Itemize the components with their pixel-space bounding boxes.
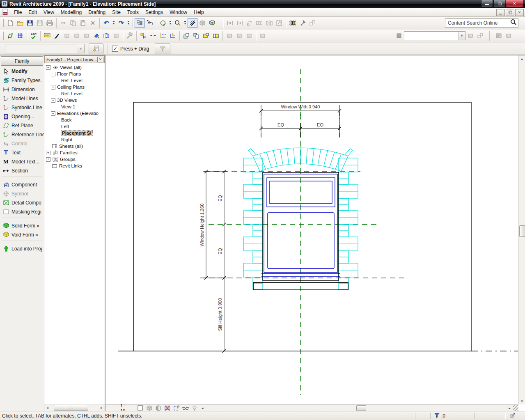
restore-button[interactable] xyxy=(493,0,505,7)
join-geometry-button[interactable] xyxy=(211,31,221,41)
tree-item-placement-si[interactable]: Placement Si xyxy=(44,130,105,136)
crop-off-icon[interactable] xyxy=(164,405,171,411)
designbar-item-opening[interactable]: Opening... xyxy=(0,112,44,121)
menu-window[interactable]: Window xyxy=(166,9,190,16)
crop-region-icon[interactable] xyxy=(173,405,180,411)
designbar-item-model-text[interactable]: MModel Text... xyxy=(0,157,44,166)
eq-dimension[interactable]: EQ xyxy=(317,122,323,127)
paint-button[interactable] xyxy=(92,31,101,41)
grid-button[interactable] xyxy=(15,31,25,41)
eq-dimension[interactable]: EQ xyxy=(277,122,284,127)
designbar-item-text[interactable]: TText xyxy=(0,148,44,157)
properties-button[interactable] xyxy=(89,44,103,54)
group-button[interactable] xyxy=(288,18,298,28)
window-height-dimension[interactable]: Window Height 1.260 xyxy=(199,204,204,247)
content-search-input[interactable]: Content Search Online xyxy=(445,18,518,28)
tree-item-sheets-all[interactable]: Sheets (all) xyxy=(44,143,105,149)
align-button[interactable] xyxy=(138,31,148,41)
tree-item-ref-level[interactable]: Ref. Level xyxy=(44,77,105,84)
undo-dropdown[interactable]: ▾ xyxy=(111,18,116,28)
menu-file[interactable]: File xyxy=(11,9,25,16)
designbar-item-solid-form[interactable]: Solid Form » xyxy=(0,221,44,230)
designbar-item-component[interactable]: Component xyxy=(0,180,44,189)
communication-center-icon[interactable] xyxy=(509,412,516,420)
vertical-scrollbar[interactable]: ▴ ▾ xyxy=(518,55,525,404)
designbar-item-section[interactable]: Section xyxy=(0,166,44,175)
tree-item-back[interactable]: Back xyxy=(44,117,105,123)
hidden-line-icon[interactable] xyxy=(146,405,153,411)
tree-item-views-all[interactable]: −Views (all) xyxy=(44,64,105,71)
dimension-tool-button[interactable] xyxy=(42,31,52,41)
collapse-toggle-icon[interactable]: − xyxy=(51,85,55,90)
split-button[interactable] xyxy=(148,31,158,41)
filter-icon[interactable] xyxy=(434,412,440,420)
spelling-button[interactable]: ABC xyxy=(29,31,39,41)
wall-attach-button[interactable] xyxy=(191,31,201,41)
collapse-toggle-icon[interactable]: − xyxy=(51,111,55,116)
tree-item-left[interactable]: Left xyxy=(44,123,105,130)
eq-dimension[interactable]: EQ xyxy=(218,248,222,255)
offset-button[interactable] xyxy=(168,31,178,41)
menu-tools[interactable]: Tools xyxy=(124,9,142,16)
child-minimize-button[interactable]: ▁ xyxy=(496,9,505,16)
menu-help[interactable]: Help xyxy=(190,9,207,16)
project-browser-close-button[interactable]: ✕ xyxy=(97,57,103,62)
default-3d-view-button[interactable] xyxy=(207,18,217,28)
menu-site[interactable]: Site xyxy=(109,9,124,16)
designbar-item-family-types[interactable]: Family Types. xyxy=(0,76,44,85)
reveal-hidden-icon[interactable] xyxy=(191,405,198,411)
shadows-icon[interactable] xyxy=(155,405,162,411)
temporary-hide-isolate-icon[interactable] xyxy=(182,405,189,411)
designbar-item-detail-compo[interactable]: Detail Compo xyxy=(0,198,44,207)
project-browser-titlebar[interactable]: Family1 - Project brow... ✕ xyxy=(44,55,105,63)
collapse-left-icon[interactable]: ◂ xyxy=(200,405,205,411)
menu-settings[interactable]: Settings xyxy=(142,9,166,16)
context-help-button[interactable]: ? xyxy=(144,18,154,28)
model-graphics-style-icon[interactable] xyxy=(137,405,144,411)
designbar-item-modify[interactable]: Modify xyxy=(0,67,44,76)
tree-item-ref-level[interactable]: Ref. Level xyxy=(44,90,105,97)
zoom-button[interactable] xyxy=(173,18,183,28)
zoom-dropdown[interactable]: ▾ xyxy=(183,18,188,28)
collapse-toggle-icon[interactable]: − xyxy=(46,65,50,70)
drawing-area[interactable]: Window With 0.940 EQ EQ Window Height 1.… xyxy=(105,55,525,411)
trim-button[interactable] xyxy=(158,31,168,41)
tree-item-ceiling-plans[interactable]: −Ceiling Plans xyxy=(44,84,105,90)
pin-button[interactable] xyxy=(298,18,307,28)
elevation-drawing[interactable]: Window With 0.940 EQ EQ Window Height 1.… xyxy=(106,56,518,404)
new-button[interactable] xyxy=(5,18,15,28)
child-restore-button[interactable] xyxy=(506,9,514,16)
tree-item-groups[interactable]: +Groups xyxy=(44,156,105,163)
vertical-scroll-thumb[interactable] xyxy=(519,225,525,237)
view-dropdown[interactable]: ▾ xyxy=(168,18,173,28)
ungroup-button[interactable] xyxy=(307,18,317,28)
designbar-item-masking-regi[interactable]: Masking Regi xyxy=(0,207,44,216)
project-browser-toggle[interactable] xyxy=(135,18,144,28)
redo-button[interactable]: ↷ xyxy=(116,18,126,28)
dynamically-modify-view-button[interactable] xyxy=(158,18,168,28)
tree-item-3d-views[interactable]: −3D Views xyxy=(44,97,105,103)
design-bar-tab-family[interactable]: Family xyxy=(1,56,43,66)
press-drag-checkbox[interactable]: ✓ xyxy=(112,46,118,52)
tree-item-families[interactable]: +Families xyxy=(44,149,105,156)
thin-lines-toggle[interactable] xyxy=(188,18,197,28)
tree-item-floor-plans[interactable]: −Floor Plans xyxy=(44,71,105,77)
undo-button[interactable]: ↶ xyxy=(101,18,111,28)
open-button[interactable] xyxy=(15,18,25,28)
horizontal-scrollbar[interactable]: ▸ xyxy=(205,405,518,411)
expand-toggle-icon[interactable]: + xyxy=(46,151,50,155)
child-close-button[interactable]: ✕ xyxy=(515,9,524,16)
save-button[interactable] xyxy=(25,18,35,28)
designbar-item-symbolic-line[interactable]: Symbolic Line xyxy=(0,103,44,112)
expand-toggle-icon[interactable]: + xyxy=(46,157,50,162)
pick-tool-button[interactable] xyxy=(52,31,62,41)
project-browser-hscrollbar[interactable]: ◂ ⫶⫶⫶ ▸ xyxy=(44,404,105,411)
menu-edit[interactable]: Edit xyxy=(25,9,40,16)
designbar-item-model-lines[interactable]: Model Lines xyxy=(0,94,44,103)
minimize-button[interactable]: ▬ xyxy=(481,0,493,7)
redo-dropdown[interactable]: ▾ xyxy=(126,18,131,28)
wall-join-button[interactable] xyxy=(181,31,191,41)
designbar-item-void-form[interactable]: Void Form » xyxy=(0,230,44,239)
resize-grip[interactable] xyxy=(513,405,518,411)
tree-item-right[interactable]: Right xyxy=(44,136,105,143)
